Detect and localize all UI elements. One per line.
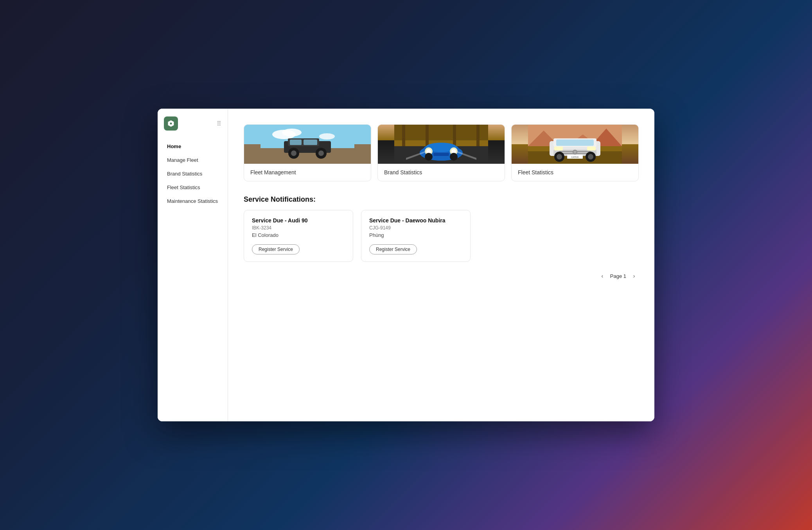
svg-point-48 (573, 150, 577, 154)
svg-point-50 (557, 154, 562, 159)
main-content: Fleet Management (228, 109, 654, 421)
fleet-management-image (244, 125, 371, 164)
notif-2-id: CJG-9149 (369, 225, 462, 231)
fleet-management-card[interactable]: Fleet Management (244, 124, 371, 181)
sidebar: ⠿ Home Manage Fleet Brand Statistics Fle… (158, 109, 228, 421)
page-label: Page 1 (610, 273, 626, 279)
notification-card-1: Service Due - Audi 90 IBK-3234 El Colora… (244, 210, 353, 262)
svg-rect-30 (433, 153, 449, 156)
app-window: ⠿ Home Manage Fleet Brand Statistics Fle… (158, 109, 654, 421)
svg-point-52 (588, 154, 593, 159)
svg-rect-9 (304, 140, 317, 145)
sidebar-item-fleet-statistics[interactable]: Fleet Statistics (161, 181, 225, 194)
service-notifications-section: Service Notifications: Service Due - Aud… (244, 195, 639, 281)
notifications-row: Service Due - Audi 90 IBK-3234 El Colora… (244, 210, 639, 262)
svg-rect-19 (476, 125, 480, 146)
svg-point-3 (282, 129, 302, 136)
notif-1-title: Service Due - Audi 90 (252, 217, 345, 224)
prev-page-btn[interactable]: ‹ (598, 271, 607, 281)
brand-statistics-image (378, 125, 505, 164)
notif-1-location: El Colorado (252, 232, 345, 238)
app-logo (164, 116, 178, 131)
sidebar-item-brand-statistics[interactable]: Brand Statistics (161, 167, 225, 180)
sidebar-item-manage-fleet[interactable]: Manage Fleet (161, 154, 225, 167)
svg-point-4 (319, 133, 335, 140)
notif-2-location: Phùng (369, 232, 462, 238)
svg-point-32 (450, 153, 458, 161)
notif-2-title: Service Due - Daewoo Nubira (369, 217, 462, 224)
svg-rect-46 (587, 147, 596, 150)
fleet-statistics-label: Fleet Statistics (512, 164, 638, 181)
brand-statistics-label: Brand Statistics (378, 164, 505, 181)
sidebar-nav: Home Manage Fleet Brand Statistics Fleet… (158, 140, 228, 208)
svg-rect-8 (290, 140, 302, 145)
svg-point-31 (425, 153, 433, 161)
nav-cards-row: Fleet Management (244, 124, 639, 181)
fleet-statistics-image: CA7F2X (512, 125, 638, 164)
svg-rect-18 (453, 125, 456, 146)
next-page-btn[interactable]: › (629, 271, 639, 281)
section-title: Service Notifications: (244, 195, 639, 204)
svg-rect-17 (426, 125, 429, 146)
notification-card-2: Service Due - Daewoo Nubira CJG-9149 Phù… (361, 210, 471, 262)
svg-rect-16 (402, 125, 405, 146)
register-service-btn-2[interactable]: Register Service (369, 244, 417, 254)
svg-point-13 (318, 150, 324, 156)
svg-rect-41 (556, 140, 594, 146)
notif-1-id: IBK-3234 (252, 225, 345, 231)
grid-icon[interactable]: ⠿ (217, 120, 221, 127)
svg-text:CA7F2X: CA7F2X (571, 156, 579, 158)
svg-rect-45 (554, 147, 563, 150)
sidebar-header: ⠿ (158, 116, 228, 140)
register-service-btn-1[interactable]: Register Service (252, 244, 300, 254)
brand-statistics-card[interactable]: Brand Statistics (377, 124, 505, 181)
sidebar-item-maintenance-statistics[interactable]: Maintenance Statistics (161, 195, 225, 208)
fleet-statistics-card[interactable]: CA7F2X Fleet Statistics (511, 124, 639, 181)
svg-point-0 (170, 123, 172, 125)
sidebar-item-home[interactable]: Home (161, 140, 225, 153)
svg-point-11 (291, 150, 296, 156)
pagination: ‹ Page 1 › (244, 271, 639, 281)
svg-rect-15 (394, 125, 488, 140)
fleet-management-label: Fleet Management (244, 164, 371, 181)
